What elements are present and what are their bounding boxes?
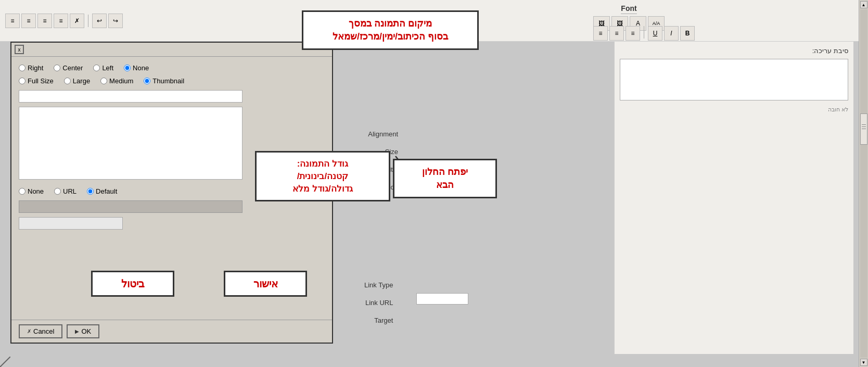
edit-panel: סיבת עריכה: לא חובה — [614, 42, 853, 354]
radio-thumbnail-input[interactable] — [144, 78, 150, 84]
font-label: Font — [621, 4, 636, 14]
radio-link-none[interactable]: None — [19, 187, 44, 195]
scroll-track[interactable] — [860, 9, 867, 358]
url-bar — [19, 200, 242, 213]
dialog-content: Right Center Left None Full Size — [11, 57, 332, 243]
radio-url-label: URL — [63, 187, 76, 195]
radio-link-none-label: None — [28, 187, 44, 195]
svg-line-18 — [0, 357, 10, 367]
radio-center[interactable]: Center — [54, 64, 83, 72]
dialog-titlebar: x — [11, 43, 332, 57]
approval-callout-text: אישור — [253, 278, 278, 289]
radio-default-input[interactable] — [87, 188, 94, 195]
corner-decoration — [0, 357, 10, 367]
title-input[interactable] — [19, 90, 242, 103]
right-scrollbar: ▲ ▼ — [859, 0, 868, 367]
top-callout-text: מיקום התמונה במסךבסוף הכיתוב/ימין/מרכז/ש… — [333, 18, 448, 42]
radio-thumbnail-label: Thumbnail — [152, 77, 184, 85]
radio-none-label: None — [133, 64, 149, 72]
toolbar-btn-redo[interactable]: ↪ — [108, 14, 123, 28]
middle-callout-text: גודל התמונה:קטנה/בינונית/גדולה/גודל מלא — [292, 159, 352, 194]
ok-label: OK — [81, 327, 91, 335]
radio-url-input[interactable] — [54, 188, 61, 195]
cancel-icon: ✗ — [27, 328, 31, 334]
target-label: Target — [364, 311, 398, 329]
radio-url[interactable]: URL — [54, 187, 76, 195]
alignment-row: Right Center Left None — [19, 64, 325, 72]
radio-center-input[interactable] — [54, 65, 60, 71]
radio-thumbnail[interactable]: Thumbnail — [144, 77, 184, 85]
cancel-btn[interactable]: ✗ Cancel — [19, 324, 62, 338]
edit-textarea[interactable] — [620, 59, 848, 100]
radio-fullsize[interactable]: Full Size — [19, 77, 54, 85]
toolbar-btn-2[interactable]: ≡ — [21, 14, 36, 28]
toolbar-btn-undo[interactable]: ↩ — [92, 14, 107, 28]
edit-placeholder: לא חובה — [620, 106, 848, 113]
cancel-callout: ביטול — [91, 271, 174, 297]
toolbar-btn-3[interactable]: ≡ — [37, 14, 52, 28]
radio-large[interactable]: Large — [64, 77, 90, 85]
cancel-callout-text: ביטול — [121, 278, 145, 289]
edit-panel-label: סיבת עריכה: — [620, 47, 848, 55]
toolbar-btn-5[interactable]: ✗ — [70, 14, 84, 28]
radio-default[interactable]: Default — [87, 187, 117, 195]
radio-none-input[interactable] — [124, 65, 131, 71]
link-url-input-area — [416, 293, 468, 305]
alignment-label: Alignment — [364, 125, 403, 143]
radio-fullsize-label: Full Size — [28, 77, 54, 85]
align-left-btn[interactable]: ≡ — [593, 26, 608, 41]
align-center-btn[interactable]: ≡ — [609, 26, 624, 41]
approval-callout: אישור — [224, 271, 307, 297]
dialog-close-btn[interactable]: x — [15, 45, 24, 54]
radio-left[interactable]: Left — [93, 64, 113, 72]
middle-callout: גודל התמונה:קטנה/בינונית/גדולה/גודל מלא — [255, 151, 390, 201]
ok-btn[interactable]: ▶ OK — [67, 324, 99, 338]
radio-link-none-input[interactable] — [19, 188, 25, 195]
radio-fullsize-input[interactable] — [19, 78, 25, 84]
link-url-input[interactable] — [416, 293, 468, 305]
top-callout: מיקום התמונה במסךבסוף הכיתוב/ימין/מרכז/ש… — [302, 10, 479, 50]
radio-default-label: Default — [96, 187, 117, 195]
radio-center-label: Center — [62, 64, 83, 72]
dialog-footer: ✗ Cancel ▶ OK — [11, 320, 332, 343]
bold-btn[interactable]: B — [680, 26, 695, 41]
target-input[interactable]: ow (_self — [19, 217, 123, 230]
italic-btn[interactable]: I — [664, 26, 679, 41]
radio-left-label: Left — [102, 64, 113, 72]
link-type-label: Link Type — [364, 276, 398, 294]
separator-1 — [88, 15, 88, 27]
description-textarea[interactable] — [19, 107, 242, 180]
scroll-up-btn[interactable]: ▲ — [860, 1, 867, 8]
radio-medium-label: Medium — [109, 77, 133, 85]
radio-medium[interactable]: Medium — [100, 77, 133, 85]
toolbar-btn-1[interactable]: ≡ — [5, 14, 20, 28]
ok-icon: ▶ — [75, 328, 79, 334]
next-window-callout-text: יפתח החלוןהבא — [422, 167, 468, 190]
underline-btn[interactable]: U — [648, 26, 662, 41]
target-row: ow (_self — [19, 217, 325, 230]
size-row: Full Size Large Medium Thumbnail — [19, 77, 325, 85]
scroll-down-btn[interactable]: ▼ — [860, 359, 867, 366]
radio-large-input[interactable] — [64, 78, 71, 84]
radio-left-input[interactable] — [93, 65, 100, 71]
radio-right[interactable]: Right — [19, 64, 43, 72]
radio-medium-input[interactable] — [100, 78, 107, 84]
link-labels-section: Link Type Link URL Target — [364, 276, 398, 329]
radio-none[interactable]: None — [124, 64, 149, 72]
link-url-label: Link URL — [364, 294, 398, 311]
radio-right-label: Right — [28, 64, 43, 72]
sep2 — [644, 26, 644, 39]
radio-large-label: Large — [73, 77, 90, 85]
align-right-btn[interactable]: ≡ — [626, 26, 640, 41]
next-window-callout: יפתח החלוןהבא — [393, 159, 497, 198]
toolbar-btn-4[interactable]: ≡ — [54, 14, 68, 28]
radio-right-input[interactable] — [19, 65, 25, 71]
cancel-label: Cancel — [33, 327, 54, 335]
scroll-thumb[interactable] — [860, 113, 867, 145]
